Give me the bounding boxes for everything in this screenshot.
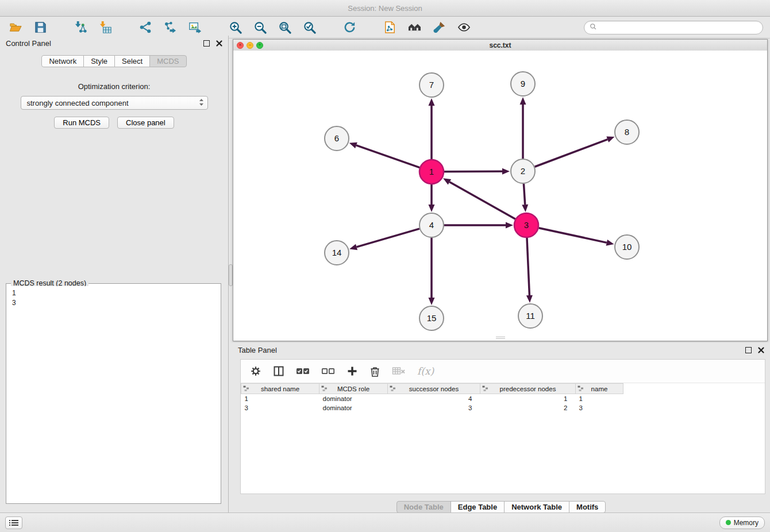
- apply-style-icon[interactable]: [430, 20, 448, 36]
- arrowhead-4-14: [349, 244, 357, 250]
- close-table-panel-icon[interactable]: [758, 347, 764, 353]
- node-7[interactable]: 7: [419, 73, 444, 97]
- node-11[interactable]: 11: [518, 304, 542, 328]
- tab-network[interactable]: Network: [41, 55, 84, 67]
- search-box[interactable]: [584, 21, 763, 34]
- node-table-header-row: shared nameMCDS rolesuccessor nodesprede…: [241, 384, 623, 394]
- column-header[interactable]: shared name: [241, 384, 319, 394]
- column-header[interactable]: successor nodes: [388, 384, 480, 394]
- zoom-out-icon[interactable]: [251, 20, 268, 36]
- arrowhead-3-11: [526, 295, 533, 303]
- column-header[interactable]: MCDS role: [319, 384, 388, 394]
- sort-icon: [578, 385, 584, 393]
- delete-table-icon[interactable]: [392, 365, 406, 377]
- arrowhead-4-15: [429, 298, 435, 305]
- app-window: Session: New Session Control Panel: [0, 0, 770, 532]
- close-panel-button[interactable]: Close panel: [117, 117, 174, 129]
- status-bar: Memory: [0, 512, 770, 532]
- node-1[interactable]: 1: [419, 160, 444, 184]
- node-label: 2: [521, 166, 525, 176]
- edge-2-8[interactable]: [535, 140, 608, 167]
- column-header[interactable]: predecessor nodes: [480, 384, 576, 394]
- function-builder-icon[interactable]: f(x): [417, 365, 434, 377]
- network-graph[interactable]: 7968124314101511: [233, 51, 766, 340]
- arrowhead-4-3: [506, 222, 513, 229]
- node-3[interactable]: 3: [514, 213, 538, 237]
- edge-1-2[interactable]: [444, 171, 502, 172]
- task-history-button[interactable]: [5, 516, 22, 529]
- table-cell: dominator: [319, 394, 388, 404]
- table-row[interactable]: 3dominator323: [241, 403, 623, 413]
- tab-select[interactable]: Select: [114, 55, 150, 67]
- gear-icon[interactable]: [250, 365, 261, 377]
- edge-3-1[interactable]: [449, 182, 515, 219]
- zoom-in-icon[interactable]: [226, 20, 244, 36]
- share-network-icon[interactable]: [137, 20, 154, 36]
- arrowhead-2-8: [606, 137, 614, 142]
- splitter-grip[interactable]: [229, 264, 233, 286]
- edge-4-14[interactable]: [357, 229, 419, 247]
- float-panel-icon[interactable]: [203, 40, 210, 47]
- import-network-icon[interactable]: [72, 20, 89, 36]
- import-table-icon[interactable]: [97, 20, 114, 36]
- node-9[interactable]: 9: [511, 72, 535, 96]
- zoom-selected-icon[interactable]: [301, 20, 318, 36]
- table-cell: dominator: [319, 403, 388, 413]
- minimize-window-icon[interactable]: −: [247, 42, 253, 49]
- annotation-document-icon[interactable]: [381, 20, 398, 36]
- tab-style[interactable]: Style: [83, 55, 115, 67]
- run-mcds-button[interactable]: Run MCDS: [54, 117, 109, 129]
- node-14[interactable]: 14: [325, 241, 349, 265]
- open-session-icon[interactable]: [7, 20, 24, 36]
- home-layout-icon[interactable]: [406, 20, 423, 36]
- edge-1-6[interactable]: [356, 145, 419, 168]
- node-8[interactable]: 8: [615, 120, 639, 144]
- tab-motifs[interactable]: Motifs: [569, 501, 606, 513]
- node-2[interactable]: 2: [511, 159, 535, 183]
- close-window-icon[interactable]: ×: [237, 42, 244, 49]
- select-all-columns-icon[interactable]: [296, 365, 310, 377]
- maximize-window-icon[interactable]: +: [256, 42, 263, 49]
- tab-edge-table[interactable]: Edge Table: [451, 501, 505, 513]
- canvas-resize-grip[interactable]: [496, 337, 505, 340]
- sort-icon: [390, 385, 396, 393]
- arrowhead-1-7: [429, 98, 435, 106]
- export-image-icon[interactable]: [186, 20, 203, 36]
- edge-2-3[interactable]: [523, 184, 525, 205]
- memory-button[interactable]: Memory: [719, 516, 765, 529]
- add-column-icon[interactable]: [346, 365, 358, 377]
- column-header[interactable]: name: [576, 384, 623, 394]
- unselect-all-columns-icon[interactable]: [321, 365, 335, 377]
- close-panel-icon[interactable]: [216, 40, 222, 47]
- network-canvas[interactable]: 7968124314101511: [233, 51, 767, 341]
- refresh-icon[interactable]: [341, 20, 358, 36]
- zoom-fit-icon[interactable]: [276, 20, 293, 36]
- sort-icon: [321, 385, 328, 393]
- tab-mcds[interactable]: MCDS: [149, 55, 186, 67]
- criterion-dropdown[interactable]: strongly connected component: [21, 96, 208, 110]
- search-input[interactable]: [600, 23, 757, 32]
- table-row[interactable]: 1dominator411: [241, 394, 623, 404]
- edge-3-10[interactable]: [538, 228, 606, 243]
- criterion-dropdown-value: strongly connected component: [27, 99, 199, 107]
- mcds-result-list: 13: [7, 286, 220, 502]
- node-6[interactable]: 6: [325, 126, 349, 151]
- export-network-icon[interactable]: [161, 20, 179, 36]
- save-session-icon[interactable]: [32, 20, 49, 36]
- show-hide-eye-icon[interactable]: [455, 20, 472, 36]
- tab-network-table[interactable]: Network Table: [504, 501, 569, 513]
- table-cell: 3: [576, 403, 623, 413]
- tab-node-table[interactable]: Node Table: [396, 501, 451, 513]
- edge-3-11[interactable]: [527, 238, 529, 295]
- node-10[interactable]: 10: [615, 235, 639, 259]
- node-15[interactable]: 15: [419, 306, 444, 330]
- float-table-panel-icon[interactable]: [745, 347, 752, 353]
- node-label: 3: [524, 220, 529, 230]
- delete-column-icon[interactable]: [369, 365, 380, 377]
- network-window-titlebar[interactable]: scc.txt × − +: [233, 40, 767, 51]
- control-panel-tabs: NetworkStyleSelectMCDS: [0, 55, 228, 67]
- node-4[interactable]: 4: [419, 213, 444, 237]
- column-view-icon[interactable]: [273, 365, 284, 377]
- sort-icon: [482, 385, 488, 393]
- sort-icon: [243, 385, 249, 393]
